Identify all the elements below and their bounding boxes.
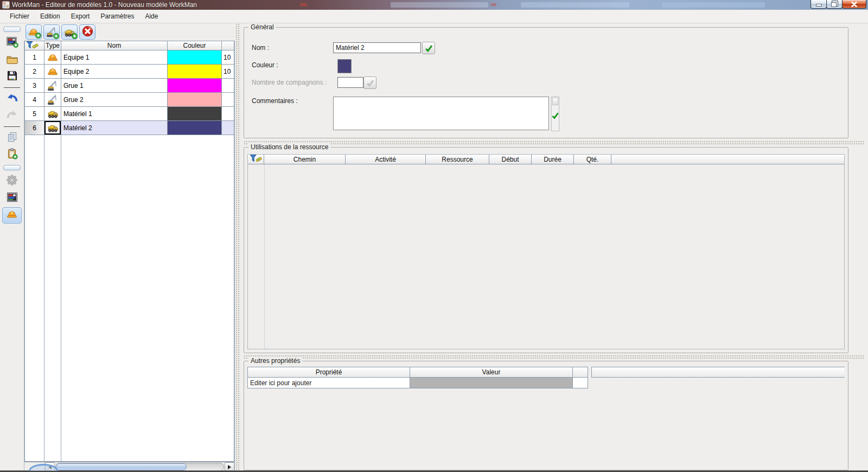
confirm-comments-button[interactable] bbox=[551, 112, 559, 119]
column-header-extra[interactable] bbox=[222, 41, 234, 50]
titlebar[interactable]: WorkMan - Editeur de modèles 1.0 - Nouve… bbox=[0, 0, 868, 10]
comments-strip-handle bbox=[552, 98, 558, 105]
new-model-button[interactable] bbox=[3, 35, 21, 50]
other-props-table[interactable]: Propriété Valeur Editer ici pour ajouter bbox=[247, 367, 845, 388]
resource-row[interactable]: 6Matériel 2 bbox=[25, 121, 234, 135]
horizontal-splitter[interactable] bbox=[244, 141, 865, 145]
resource-qty-cell[interactable]: 10 bbox=[222, 50, 234, 65]
resource-row[interactable]: 4Grue 2 bbox=[25, 93, 234, 107]
resource-name-cell[interactable]: Grue 2 bbox=[61, 93, 168, 107]
helmet-icon[interactable] bbox=[44, 50, 61, 65]
comments-side-strip[interactable] bbox=[551, 97, 559, 131]
helmet-button[interactable] bbox=[2, 207, 22, 224]
column-header-propriete[interactable]: Propriété bbox=[247, 367, 410, 378]
column-header-valeur[interactable]: Valeur bbox=[410, 367, 573, 378]
scrollbar-track[interactable] bbox=[55, 463, 224, 471]
menu-export[interactable]: Export bbox=[66, 10, 95, 22]
crane-icon[interactable] bbox=[44, 79, 61, 93]
truck-icon[interactable] bbox=[44, 107, 61, 121]
name-input[interactable] bbox=[333, 42, 421, 53]
main-toolbar bbox=[0, 23, 24, 472]
background-window-blur bbox=[391, 2, 488, 8]
add-crane-button[interactable] bbox=[43, 24, 60, 40]
maximize-button[interactable] bbox=[826, 0, 843, 9]
resource-name-cell[interactable]: Equipe 1 bbox=[61, 50, 168, 65]
delete-button[interactable] bbox=[79, 24, 95, 40]
property-value-cell[interactable] bbox=[410, 378, 573, 388]
column-header-couleur[interactable]: Couleur bbox=[168, 41, 222, 50]
confirm-name-button[interactable] bbox=[422, 42, 435, 54]
resource-row[interactable]: 5Matériel 1 bbox=[25, 107, 234, 121]
resource-table[interactable]: Type Nom Couleur 1Equipe 1102Equipe 2103… bbox=[24, 41, 234, 462]
column-header-qte[interactable]: Qté. bbox=[574, 155, 611, 164]
crane-icon[interactable] bbox=[44, 93, 61, 107]
usages-table[interactable]: Chemin Activité Ressource Début Durée Qt… bbox=[247, 154, 845, 349]
column-header-debut[interactable]: Début bbox=[489, 155, 532, 164]
menu-aide[interactable]: Aide bbox=[139, 10, 163, 22]
resources-panel: Type Nom Couleur 1Equipe 1102Equipe 2103… bbox=[24, 23, 235, 472]
add-property-cell[interactable]: Editer ici pour ajouter bbox=[247, 378, 410, 388]
menu-edition[interactable]: Edition bbox=[35, 10, 66, 22]
main-content: Type Nom Couleur 1Equipe 1102Equipe 2103… bbox=[0, 23, 868, 472]
other-props-header: Propriété Valeur bbox=[247, 367, 845, 378]
vertical-splitter[interactable] bbox=[235, 23, 240, 472]
column-header-type[interactable]: Type bbox=[44, 41, 61, 50]
usages-filter-cell[interactable] bbox=[248, 155, 264, 164]
resource-color-cell[interactable] bbox=[168, 79, 222, 93]
resource-qty-cell[interactable] bbox=[222, 93, 234, 107]
usages-table-header: Chemin Activité Ressource Début Durée Qt… bbox=[248, 155, 844, 164]
comments-textarea[interactable] bbox=[333, 97, 549, 130]
resource-qty-cell[interactable] bbox=[222, 79, 234, 93]
column-header-nom[interactable]: Nom bbox=[61, 41, 168, 50]
companions-input[interactable] bbox=[337, 77, 363, 88]
resource-color-cell[interactable] bbox=[168, 121, 222, 135]
resource-name-cell[interactable]: Matériel 2 bbox=[61, 121, 168, 135]
horizontal-splitter[interactable] bbox=[244, 355, 865, 359]
resource-table-wrap: Type Nom Couleur 1Equipe 1102Equipe 2103… bbox=[24, 41, 235, 472]
undo-button[interactable] bbox=[3, 91, 21, 106]
resource-row[interactable]: 3Grue 1 bbox=[25, 79, 234, 93]
resource-name-cell[interactable]: Equipe 2 bbox=[61, 65, 168, 79]
save-button[interactable] bbox=[3, 69, 21, 84]
row-number-cell: 3 bbox=[25, 79, 44, 93]
resource-qty-cell[interactable]: 10 bbox=[222, 65, 234, 79]
resource-row[interactable]: 1Equipe 110 bbox=[25, 50, 234, 65]
column-header-right-blank bbox=[591, 367, 845, 378]
column-header-duree[interactable]: Durée bbox=[532, 155, 574, 164]
menu-parametres[interactable]: Paramètres bbox=[95, 10, 139, 22]
model-view-button[interactable] bbox=[3, 190, 21, 206]
toolbar-grip[interactable] bbox=[3, 165, 21, 170]
resource-color-cell[interactable] bbox=[168, 65, 222, 79]
resource-row[interactable]: 2Equipe 210 bbox=[25, 65, 234, 79]
resource-qty-cell[interactable] bbox=[222, 107, 234, 121]
usages-group: Utilisations de la ressource Chemin Acti… bbox=[244, 147, 848, 353]
toolbar-grip[interactable] bbox=[3, 27, 21, 32]
column-header-ressource[interactable]: Ressource bbox=[426, 155, 489, 164]
resource-color-cell[interactable] bbox=[168, 107, 222, 121]
column-header-blank bbox=[611, 155, 844, 164]
save-icon bbox=[7, 70, 18, 84]
helmet-icon[interactable] bbox=[44, 65, 61, 79]
add-machine-button[interactable] bbox=[61, 24, 78, 40]
column-header-chemin[interactable]: Chemin bbox=[264, 155, 346, 164]
scrollbar-thumb[interactable] bbox=[56, 463, 187, 470]
minimize-button[interactable] bbox=[810, 0, 827, 9]
resource-name-cell[interactable]: Matériel 1 bbox=[61, 107, 168, 121]
column-header-activite[interactable]: Activité bbox=[346, 155, 426, 164]
resource-qty-cell[interactable] bbox=[222, 121, 234, 135]
truck-icon[interactable] bbox=[44, 121, 61, 135]
resource-name-cell[interactable]: Grue 1 bbox=[61, 79, 168, 93]
menu-fichier[interactable]: Fichier bbox=[4, 10, 35, 22]
copy-button[interactable] bbox=[3, 130, 21, 145]
resource-color-cell[interactable] bbox=[168, 50, 222, 65]
plus-badge-icon bbox=[72, 33, 78, 39]
add-property-row[interactable]: Editer ici pour ajouter bbox=[247, 378, 845, 388]
name-label: Nom : bbox=[252, 44, 269, 52]
close-button[interactable] bbox=[842, 0, 866, 9]
color-swatch[interactable] bbox=[337, 59, 352, 73]
filter-header-cell[interactable] bbox=[25, 41, 44, 50]
open-folder-button[interactable] bbox=[3, 52, 21, 67]
paste-button[interactable] bbox=[3, 147, 21, 162]
add-team-button[interactable] bbox=[25, 24, 42, 40]
resource-color-cell[interactable] bbox=[168, 93, 222, 107]
